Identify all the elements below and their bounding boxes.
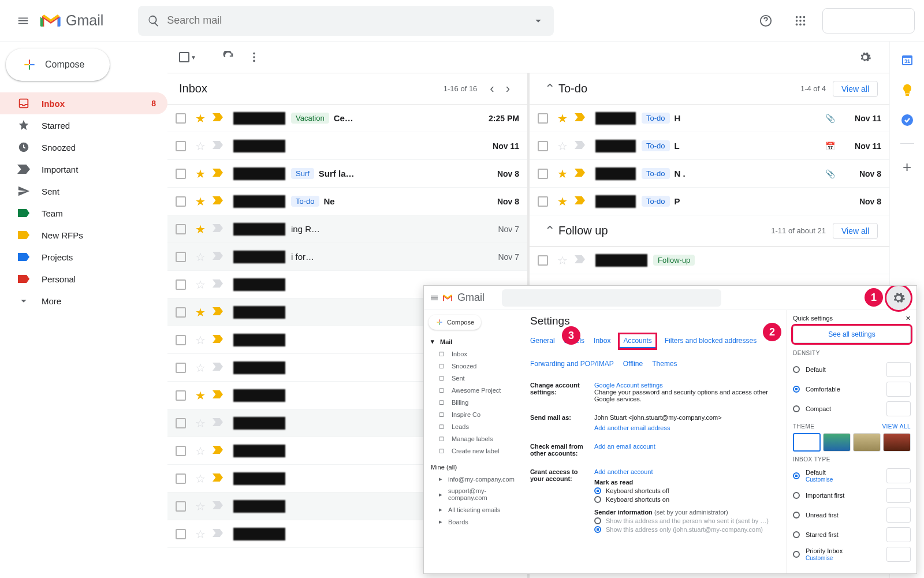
density-option-comfortable[interactable]: Comfortable — [793, 379, 911, 399]
select-all-checkbox[interactable]: ▼ — [179, 52, 202, 62]
important-icon[interactable] — [213, 307, 225, 317]
overlay-nav-mine-item[interactable]: ▸support@my-company.com — [429, 485, 517, 504]
row-checkbox[interactable] — [176, 418, 186, 428]
overlay-tab-forwarding-and-pop-imap[interactable]: Forwarding and POP/IMAP — [530, 357, 614, 370]
mail-row[interactable]: ★ To-do N . 📎 Nov 8 — [530, 160, 889, 188]
hamburger-menu[interactable] — [9, 7, 37, 35]
overlay-tab-general[interactable]: General — [530, 334, 555, 348]
theme-thumb-4[interactable] — [883, 433, 911, 452]
important-icon[interactable] — [213, 363, 225, 372]
star-icon[interactable]: ★ — [194, 305, 207, 319]
star-icon[interactable]: ★ — [194, 195, 207, 208]
sidebar-item-personal[interactable]: Personal — [0, 268, 167, 290]
mail-row[interactable]: ☆ Follow-up — [530, 247, 889, 274]
density-option-compact[interactable]: Compact — [793, 399, 911, 419]
sidebar-item-inbox[interactable]: Inbox 8 — [0, 92, 167, 114]
inbox-prev[interactable]: ‹ — [484, 81, 500, 96]
overlay-nav-snoozed[interactable]: ◻Snoozed — [429, 360, 517, 372]
apps-button[interactable] — [788, 8, 813, 33]
row-checkbox[interactable] — [176, 529, 186, 539]
star-icon[interactable]: ☆ — [194, 416, 207, 430]
google-account-settings-link[interactable]: Google Account settings — [594, 382, 778, 389]
important-icon[interactable] — [213, 529, 225, 539]
important-icon[interactable] — [213, 141, 225, 151]
mail-row[interactable]: ☆ i for… Nov 7 — [167, 243, 527, 271]
important-icon[interactable] — [575, 196, 587, 206]
row-checkbox[interactable] — [176, 196, 186, 207]
important-icon[interactable] — [213, 501, 225, 511]
refresh-button[interactable] — [216, 44, 241, 70]
star-icon[interactable]: ☆ — [194, 499, 207, 513]
overlay-tab-themes[interactable]: Themes — [652, 357, 677, 370]
star-icon[interactable]: ★ — [556, 111, 569, 125]
row-checkbox[interactable] — [176, 279, 186, 290]
mail-row[interactable]: ★ ing R… Nov 7 — [167, 215, 527, 243]
star-icon[interactable]: ☆ — [194, 278, 207, 292]
add-another-account-link[interactable]: Add another account — [594, 468, 778, 475]
important-icon[interactable] — [213, 473, 225, 483]
important-icon[interactable] — [213, 169, 225, 178]
overlay-nav-mine-item[interactable]: ▸Boards — [429, 516, 517, 528]
row-checkbox[interactable] — [176, 501, 186, 512]
star-icon[interactable]: ★ — [194, 111, 207, 125]
radio-shortcuts-on[interactable]: Keyboard shortcuts on — [594, 496, 778, 503]
important-icon[interactable] — [213, 446, 225, 456]
row-checkbox[interactable] — [176, 224, 186, 234]
row-checkbox[interactable] — [176, 307, 186, 318]
star-icon[interactable]: ☆ — [556, 139, 569, 153]
overlay-nav-mail[interactable]: ▾Mail — [429, 335, 517, 348]
overlay-nav-leads[interactable]: ◻Leads — [429, 420, 517, 432]
search-bar[interactable] — [138, 6, 554, 36]
important-icon[interactable] — [575, 113, 587, 123]
important-icon[interactable] — [213, 335, 225, 345]
sidebar-item-team[interactable]: Team — [0, 202, 167, 224]
overlay-tab-accounts[interactable]: Accounts — [620, 334, 655, 348]
mail-row[interactable]: ★ To-do Ne Nov 8 — [167, 188, 527, 215]
mail-row[interactable]: ★ To-do H 📎 Nov 11 — [530, 105, 889, 132]
row-checkbox[interactable] — [176, 141, 186, 151]
star-icon[interactable]: ★ — [556, 195, 569, 208]
compose-button[interactable]: Compose — [6, 49, 110, 81]
overlay-nav-mine-all[interactable]: Mine (all) — [429, 461, 517, 473]
radio-shortcuts-off[interactable]: Keyboard shortcuts off — [594, 487, 778, 494]
important-icon[interactable] — [575, 255, 587, 265]
overlay-nav-inbox[interactable]: ◻Inbox — [429, 348, 517, 360]
followup-view-all[interactable]: View all — [833, 223, 878, 239]
keep-addon[interactable] — [900, 83, 914, 97]
todo-view-all[interactable]: View all — [833, 81, 878, 97]
mail-row[interactable]: ★ Surf Surf la… Nov 8 — [167, 160, 527, 188]
important-icon[interactable] — [213, 224, 225, 234]
search-input[interactable] — [167, 14, 532, 27]
row-checkbox[interactable] — [538, 113, 548, 124]
row-checkbox[interactable] — [176, 363, 186, 373]
overlay-hamburger-icon[interactable] — [430, 293, 439, 303]
overlay-tab-filters-and-blocked-addresses[interactable]: Filters and blocked addresses — [665, 334, 757, 348]
overlay-gmail-logo[interactable]: Gmail — [441, 292, 485, 304]
overlay-search[interactable] — [502, 289, 721, 307]
sidebar-item-important[interactable]: Important — [0, 158, 167, 180]
todo-collapse[interactable]: ⌃ — [541, 81, 558, 96]
row-checkbox[interactable] — [176, 252, 186, 262]
quick-settings-close[interactable]: ✕ — [906, 315, 911, 322]
overlay-nav-inspire-co[interactable]: ◻Inspire Co — [429, 408, 517, 420]
more-button[interactable] — [241, 44, 267, 70]
row-checkbox[interactable] — [176, 390, 186, 401]
settings-gear-button[interactable] — [852, 44, 878, 70]
star-icon[interactable]: ★ — [194, 167, 207, 181]
star-icon[interactable]: ☆ — [194, 250, 207, 264]
row-checkbox[interactable] — [176, 446, 186, 456]
add-addon[interactable]: + — [900, 160, 914, 174]
star-icon[interactable]: ☆ — [194, 472, 207, 486]
row-checkbox[interactable] — [538, 255, 548, 266]
row-checkbox[interactable] — [176, 473, 186, 484]
row-checkbox[interactable] — [176, 335, 186, 345]
overlay-nav-mine-item[interactable]: ▸info@my-company.com — [429, 473, 517, 485]
important-icon[interactable] — [213, 252, 225, 262]
overlay-nav-sent[interactable]: ◻Sent — [429, 372, 517, 384]
radio-sender-only[interactable]: Show this address only (john.stuart@my-c… — [594, 526, 778, 533]
inbox-next[interactable]: › — [500, 81, 516, 96]
overlay-nav-awesome-project[interactable]: ◻Awesome Project — [429, 384, 517, 396]
inbox-type-default[interactable]: DefaultCustomise — [793, 466, 911, 486]
help-button[interactable] — [753, 8, 778, 33]
star-icon[interactable]: ☆ — [194, 444, 207, 458]
